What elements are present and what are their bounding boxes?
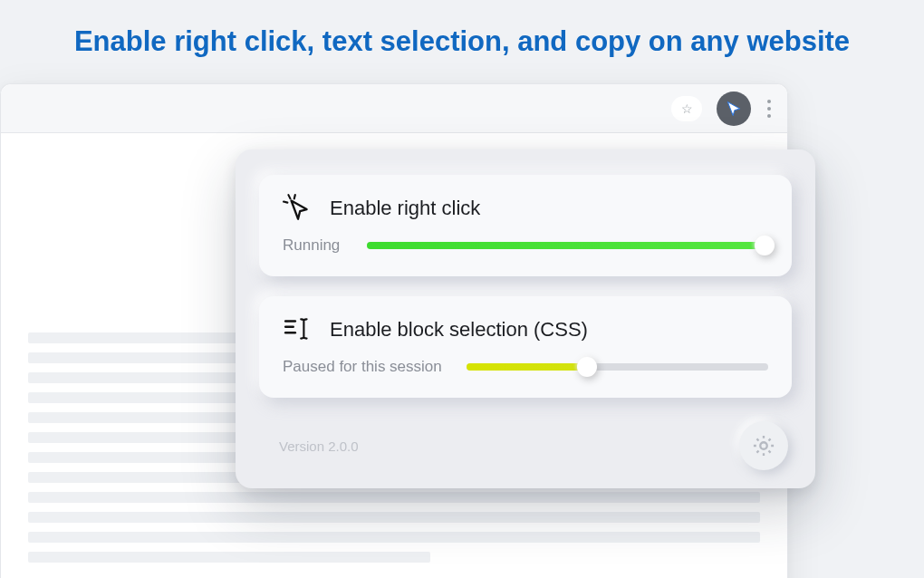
card-enable-block-selection: Enable block selection (CSS) Paused for … [259, 296, 792, 398]
text-select-icon [283, 314, 313, 345]
slider-enable-right-click[interactable] [367, 242, 768, 249]
card-title: Enable right click [330, 197, 480, 220]
browser-toolbar: ☆ [1, 84, 787, 133]
svg-line-2 [294, 195, 295, 198]
svg-point-6 [760, 442, 766, 448]
card-enable-right-click: Enable right click Running [259, 175, 792, 276]
svg-line-0 [288, 195, 290, 198]
slider-handle[interactable] [577, 357, 597, 377]
status-label: Running [283, 236, 351, 255]
slider-handle[interactable] [755, 236, 775, 255]
status-label: Paused for this session [283, 358, 450, 376]
card-title: Enable block selection (CSS) [330, 318, 588, 342]
star-icon[interactable]: ☆ [671, 96, 702, 121]
slider-fill [367, 242, 765, 249]
extension-cursor-icon[interactable] [717, 92, 751, 126]
page-headline: Enable right click, text selection, and … [0, 0, 924, 80]
version-label: Version 2.0.0 [263, 438, 359, 454]
kebab-menu-icon[interactable] [767, 100, 771, 118]
slider-enable-block-selection[interactable] [467, 363, 768, 371]
gear-icon [751, 433, 776, 458]
slider-fill [467, 363, 587, 371]
extension-popup: Enable right click Running Enable block … [236, 149, 815, 488]
svg-line-1 [284, 202, 287, 203]
cursor-click-icon [283, 193, 313, 224]
settings-button[interactable] [739, 421, 788, 470]
